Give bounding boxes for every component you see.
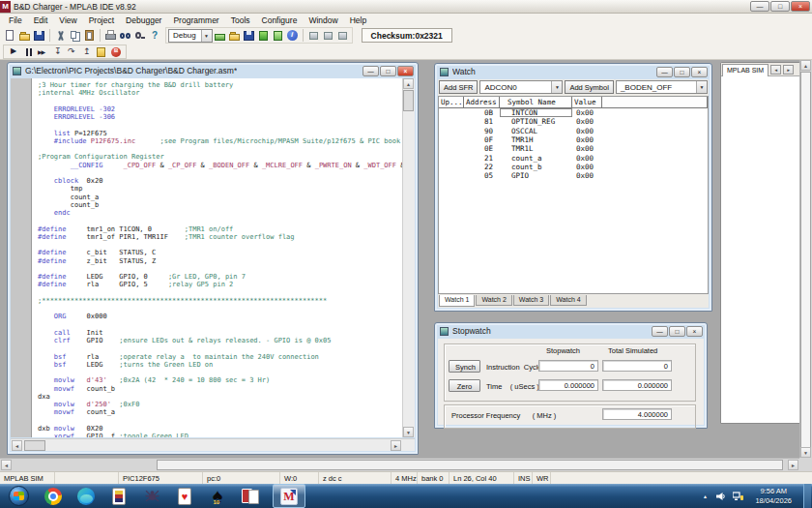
code-line[interactable]: #include P12F675.inc ;see Program files/… xyxy=(38,137,402,145)
watch-cell[interactable]: 0x00 xyxy=(572,144,602,153)
watch-tab-watch-1[interactable]: Watch 1 xyxy=(439,295,475,307)
watch-cell[interactable]: 0x00 xyxy=(572,127,602,135)
code-line[interactable]: #define c_bit STATUS, C xyxy=(38,249,402,256)
watch-cell[interactable] xyxy=(602,153,708,162)
watch-cell[interactable] xyxy=(439,135,464,144)
watch-cell[interactable]: 05 xyxy=(464,171,500,180)
code-line[interactable] xyxy=(38,344,402,352)
app-close-button[interactable]: × xyxy=(791,1,810,12)
watch-cell[interactable]: 21 xyxy=(464,153,500,162)
cut-icon[interactable] xyxy=(54,29,67,43)
menu-help[interactable]: Help xyxy=(344,15,372,25)
code-line[interactable] xyxy=(38,121,402,129)
add-sfr-button[interactable]: Add SFR xyxy=(439,80,478,94)
watch-cell[interactable]: 0F xyxy=(464,135,500,144)
new-file-icon[interactable] xyxy=(4,29,16,43)
watch-close-button[interactable]: × xyxy=(691,67,708,77)
scroll-right-icon[interactable]: ► xyxy=(788,460,798,470)
watch-cell[interactable] xyxy=(602,127,708,135)
code-line[interactable]: ERRORLEVEL -306 xyxy=(38,113,402,121)
debug-mode-combobox[interactable]: Debug ▼ xyxy=(168,29,213,43)
watch-cell[interactable]: OSCCAL xyxy=(500,127,572,135)
stopwatch-close-button[interactable]: × xyxy=(686,326,703,337)
watch-cell[interactable]: 0x00 xyxy=(572,108,602,117)
scroll-up-icon[interactable]: ▲ xyxy=(800,60,811,71)
column-header-address[interactable]: Address xyxy=(464,97,500,107)
chevron-down-icon[interactable]: ▼ xyxy=(201,30,212,42)
scroll-left-icon[interactable]: ◄ xyxy=(1,460,12,470)
taskbar-clock[interactable]: 9:56 AM18/04/2026 xyxy=(748,487,798,505)
editor-horizontal-scrollbar[interactable]: ◄ ► xyxy=(11,438,415,451)
code-line[interactable] xyxy=(38,289,402,297)
code-line[interactable]: endc xyxy=(38,209,402,217)
stopwatch-titlebar[interactable]: Stopwatch — □ × xyxy=(435,323,707,338)
mdi-vertical-scrollbar[interactable]: ▲ ▼ xyxy=(799,60,812,458)
menu-debugger[interactable]: Debugger xyxy=(120,15,167,25)
scroll-up-icon[interactable]: ▲ xyxy=(403,78,414,89)
print-icon[interactable] xyxy=(104,29,117,43)
show-desktop-button[interactable] xyxy=(803,484,811,508)
copy-icon[interactable] xyxy=(69,29,81,43)
code-line[interactable] xyxy=(38,145,402,153)
watch-cell[interactable]: 0x00 xyxy=(572,171,602,180)
code-area[interactable]: ;3 Hour timer for charging the B&D drill… xyxy=(32,78,402,437)
menu-tools[interactable]: Tools xyxy=(225,15,256,25)
tab-scroll-left-icon[interactable]: ◄ xyxy=(770,65,781,75)
code-line[interactable] xyxy=(38,265,402,273)
taskbar-edge-icon[interactable] xyxy=(70,484,102,508)
step-out-icon[interactable] xyxy=(80,45,93,59)
watch-cell[interactable]: 0x00 xyxy=(572,163,602,171)
stopwatch-minimize-button[interactable]: — xyxy=(652,326,668,337)
find-next-icon[interactable] xyxy=(133,29,146,43)
volume-icon[interactable] xyxy=(715,490,727,503)
code-line[interactable]: movwf count_a xyxy=(38,408,402,416)
animate-icon[interactable] xyxy=(37,45,49,59)
menu-window[interactable]: Window xyxy=(303,15,343,25)
build-icon[interactable] xyxy=(257,29,270,43)
output-tab-mplab-sim[interactable]: MPLAB SIM xyxy=(722,64,768,76)
code-line[interactable]: count_b xyxy=(38,201,402,209)
code-line[interactable]: ORG 0x000 xyxy=(38,313,402,320)
code-line[interactable]: #define tmr1_of PIR1, TMR1IF ;TMR1 count… xyxy=(38,233,402,241)
code-line[interactable]: ERRORLEVEL -302 xyxy=(38,105,402,113)
watch-cell[interactable] xyxy=(602,144,708,153)
taskbar-hearts-icon[interactable]: ♥ xyxy=(168,484,201,508)
scrollbar-thumb[interactable] xyxy=(403,90,414,111)
program-target-icon[interactable] xyxy=(307,29,320,43)
run-icon[interactable] xyxy=(8,45,20,59)
scroll-down-icon[interactable]: ▼ xyxy=(403,427,414,437)
symbol-combobox[interactable]: _BODEN_OFF ▼ xyxy=(616,80,708,94)
chevron-down-icon[interactable]: ▼ xyxy=(696,81,707,93)
watch-cell[interactable]: count_a xyxy=(500,153,572,162)
code-line[interactable] xyxy=(38,169,402,177)
editor-close-button[interactable]: × xyxy=(397,66,414,76)
watch-tab-watch-2[interactable]: Watch 2 xyxy=(476,295,511,306)
watch-cell[interactable]: 90 xyxy=(464,127,500,135)
column-header-update[interactable]: Up... xyxy=(439,97,464,107)
watch-row[interactable]: 90OSCCAL0x00 xyxy=(439,127,708,135)
reset-icon[interactable] xyxy=(95,45,107,59)
zero-button[interactable]: Zero xyxy=(449,379,480,392)
scroll-left-icon[interactable]: ◄ xyxy=(12,440,22,451)
watch-cell[interactable] xyxy=(439,144,464,153)
read-target-icon[interactable] xyxy=(322,29,334,43)
code-line[interactable]: #define rla GPIO, 5 ;relay GP5 pin 2 xyxy=(38,281,402,288)
breakpoints-icon[interactable] xyxy=(109,45,122,59)
watch-cell[interactable] xyxy=(439,163,464,171)
watch-cell[interactable] xyxy=(439,171,464,180)
watch-row[interactable]: 22count_b0x00 xyxy=(439,163,708,171)
code-line[interactable]: #define LEDG GPIO, 0 ;Gr LED, GP0, pin 7 xyxy=(38,273,402,281)
scroll-down-icon[interactable]: ▼ xyxy=(800,447,811,458)
editor-vertical-scrollbar[interactable]: ▲ ▼ xyxy=(402,78,415,437)
menu-configure[interactable]: Configure xyxy=(256,15,304,25)
watch-cell[interactable]: 0x00 xyxy=(572,153,602,162)
help-icon[interactable] xyxy=(148,29,160,43)
watch-cell[interactable] xyxy=(439,127,464,135)
code-line[interactable] xyxy=(38,98,402,105)
scrollbar-thumb[interactable] xyxy=(24,440,45,451)
watch-tab-watch-3[interactable]: Watch 3 xyxy=(513,295,549,306)
taskbar-spades-icon[interactable]: ♠10 xyxy=(201,484,234,508)
taskbar-start-button[interactable] xyxy=(0,484,37,508)
menu-edit[interactable]: Edit xyxy=(28,15,54,25)
code-line[interactable]: movlw d'250' ;0xF0 xyxy=(38,401,402,408)
